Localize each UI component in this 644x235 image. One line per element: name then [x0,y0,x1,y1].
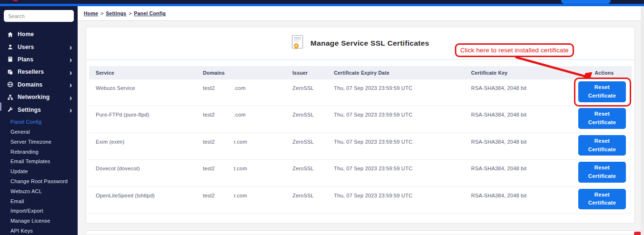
reset-certificate-button[interactable]: Reset Certificate [578,135,626,156]
table-row: Dovecot (dovecot) test2t.com ZeroSSL Thu… [89,160,632,186]
annotation-fragment [634,232,641,235]
column-header-domains: Domains [203,70,292,76]
chevron-right-icon: › [70,80,72,88]
issuer-cell: ZeroSSL [292,160,334,171]
breadcrumb-home-link[interactable]: Home [84,10,98,16]
sidebar: Home Users › Plans › Resellers › Domains… [0,6,78,235]
ssl-certificates-card: Manage Service SSL Certificates Service … [86,27,635,224]
actions-cell: Reset Certificate [577,79,632,102]
breadcrumb-panel-config-link[interactable]: Panel Config [134,10,166,16]
reset-certificate-button[interactable]: Reset Certificate [578,189,626,210]
breadcrumb-separator: > [129,10,131,16]
chevron-right-icon: › [70,93,72,101]
users-icon [7,44,13,50]
chevron-right-icon: › [70,68,72,76]
top-bar [0,0,644,4]
service-cell: Dovecot (dovecot) [89,160,203,171]
certificate-key-cell: RSA-SHA384, 2048 bit [471,106,577,118]
table-header-row: Service Domains Issuer Certificate Expir… [89,66,632,79]
service-cell: Exim (exim) [89,133,203,145]
table-row: OpenLiteSpeed (lshttpd) test2r.com ZeroS… [89,187,632,214]
chevron-right-icon: › [70,106,72,114]
sidebar-item-label: Networking [18,94,70,100]
submenu-item-server-timezone[interactable]: Server Timezone [0,137,78,147]
breadcrumb-settings-link[interactable]: Settings [106,10,126,16]
breadcrumb-bar: Home > Settings > Panel Config [78,6,644,21]
domain-cell: test2.com [203,106,292,118]
sidebar-item-home[interactable]: Home [0,28,78,40]
issuer-cell: ZeroSSL [292,79,334,91]
certificate-key-cell: RSA-SHA384, 2048 bit [471,79,577,91]
topbar-blue-stripe [0,4,644,6]
submenu-item-manage-license[interactable]: Manage License [0,216,78,226]
network-icon [7,94,13,100]
column-header-issuer: Issuer [292,70,334,76]
domain-cell: test2r.com [203,133,292,145]
wrench-icon [7,107,13,113]
sidebar-item-label: Users [18,44,70,50]
submenu-item-email-templates[interactable]: Email Templates [0,157,78,166]
next-section-card-edge [86,230,635,235]
sidebar-item-settings[interactable]: Settings › [0,103,78,116]
table-row: Exim (exim) test2r.com ZeroSSL Thu, 07 S… [89,133,632,160]
page-title: Manage Service SSL Certificates [311,39,429,48]
submenu-item-update[interactable]: Update [0,166,78,176]
sidebar-item-label: Home [18,31,72,38]
expiry-cell: Thu, 07 Sep 2023 23:59:59 UTC [334,79,471,91]
domain-prefix: test2 [203,193,215,198]
domain-prefix: test2 [203,112,215,118]
submenu-item-rebranding[interactable]: Rebranding [0,147,78,157]
reset-certificate-button[interactable]: Reset Certificate [578,108,626,129]
chevron-right-icon: › [70,55,72,63]
expiry-cell: Thu, 07 Sep 2023 23:59:59 UTC [334,187,471,198]
domain-cell: test2t.com [203,160,292,171]
card-title-row: Manage Service SSL Certificates [86,27,634,60]
search-input[interactable] [4,10,74,22]
ssl-certificates-table: Service Domains Issuer Certificate Expir… [89,66,632,214]
issuer-cell: ZeroSSL [292,187,334,198]
submenu-item-webuzo-acl[interactable]: Webuzo ACL [0,186,78,196]
service-cell: Webuzo Service [89,79,203,91]
issuer-cell: ZeroSSL [292,133,334,145]
expiry-cell: Thu, 07 Sep 2023 23:59:59 UTC [334,133,471,145]
domain-prefix: test2 [203,139,215,145]
sidebar-item-users[interactable]: Users › [0,40,78,53]
service-cell: Pure-FTPd (pure-ftpd) [89,106,203,118]
plans-icon [7,56,13,63]
table-row: Pure-FTPd (pure-ftpd) test2.com ZeroSSL … [89,106,632,133]
sidebar-scroll-indicator[interactable] [0,102,1,111]
home-icon [7,31,13,38]
topbar-partial-button[interactable] [561,0,611,4]
domain-suffix: t.com [234,166,247,171]
chevron-right-icon: › [70,43,72,51]
expiry-cell: Thu, 07 Sep 2023 23:59:59 UTC [334,160,471,171]
sidebar-nav: Home Users › Plans › Resellers › Domains… [0,28,78,116]
expiry-cell: Thu, 07 Sep 2023 23:59:59 UTC [334,106,471,118]
reset-certificate-button[interactable]: Reset Certificate [578,162,626,183]
domain-suffix: r.com [234,139,247,145]
column-header-key: Certificate Key [471,70,577,76]
domain-suffix: .com [234,85,246,91]
domain-cell: test2r.com [203,187,292,198]
issuer-cell: ZeroSSL [292,106,334,118]
sidebar-item-networking[interactable]: Networking › [0,91,78,103]
sidebar-item-plans[interactable]: Plans › [0,53,78,66]
resellers-icon [7,69,13,75]
domain-suffix: r.com [234,193,247,198]
sidebar-item-resellers[interactable]: Resellers › [0,66,78,78]
submenu-item-email[interactable]: Email [0,196,78,206]
sidebar-item-domains[interactable]: Domains › [0,78,78,91]
submenu-item-panel-config[interactable]: Panel Config [0,117,78,127]
domain-prefix: test2 [203,85,215,91]
submenu-item-api-keys[interactable]: API Keys [0,226,78,235]
actions-cell: Reset Certificate [577,187,632,210]
reset-certificate-button[interactable]: Reset Certificate [578,81,626,102]
submenu-item-import-export[interactable]: Import/Export [0,206,78,216]
domain-cell: test2.com [203,79,292,91]
page-scrollbar[interactable] [641,6,644,235]
column-header-actions: Actions [577,70,632,76]
submenu-item-general[interactable]: General [0,127,78,137]
service-cell: OpenLiteSpeed (lshttpd) [89,187,203,198]
globe-icon [7,81,13,88]
submenu-item-change-root-password[interactable]: Change Root Password [0,176,78,186]
